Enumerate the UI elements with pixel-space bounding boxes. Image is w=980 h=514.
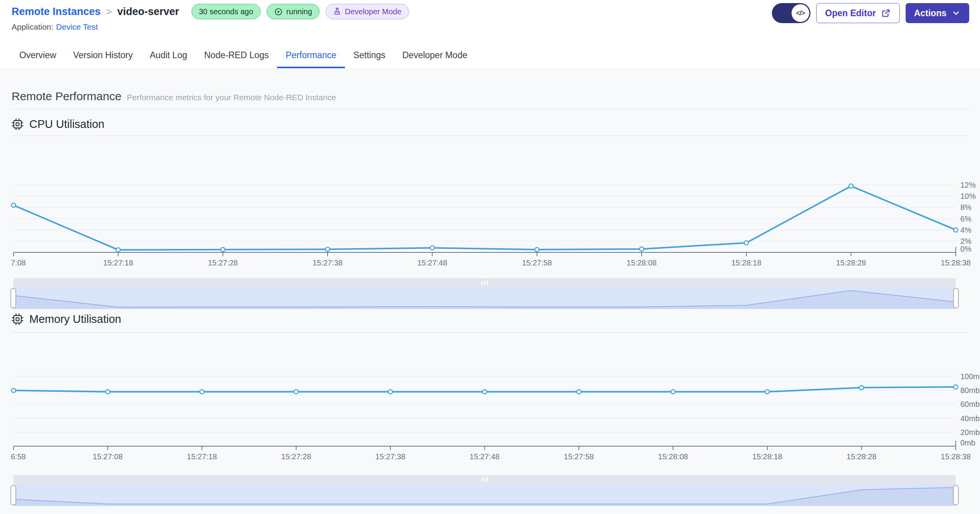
- svg-text:15:28:18: 15:28:18: [752, 452, 782, 461]
- page-subtitle: Performance metrics for your Remote Node…: [127, 93, 336, 102]
- svg-text:15:28:28: 15:28:28: [847, 452, 877, 461]
- chevron-down-icon: [951, 8, 961, 18]
- memory-range-brush: [13, 475, 956, 506]
- svg-text:15:28:08: 15:28:08: [658, 452, 688, 461]
- tab-performance[interactable]: Performance: [277, 42, 345, 68]
- svg-text:0%: 0%: [960, 245, 972, 253]
- tab-version-history[interactable]: Version History: [65, 42, 141, 68]
- svg-text:15:27:58: 15:27:58: [564, 452, 594, 461]
- memory-brush-minichart: [13, 484, 956, 506]
- svg-text:12%: 12%: [960, 181, 976, 189]
- svg-text:6%: 6%: [960, 215, 972, 223]
- flask-icon: [333, 7, 341, 16]
- brush-left-handle[interactable]: [10, 288, 16, 308]
- memory-brush-overview[interactable]: [13, 484, 956, 506]
- header-controls: </> Open Editor Actions: [772, 3, 969, 23]
- svg-text:15:27:28: 15:27:28: [281, 452, 311, 461]
- svg-text:15:28:38: 15:28:38: [941, 452, 971, 461]
- divider: [12, 109, 968, 109]
- svg-text:15:28:28: 15:28:28: [836, 259, 866, 267]
- external-link-icon: [881, 8, 891, 18]
- actions-label: Actions: [914, 8, 946, 18]
- page-header: Remote Instances > video-server 30 secon…: [0, 0, 980, 42]
- brush-grip-icon: [481, 477, 488, 482]
- editor-mode-toggle[interactable]: </>: [772, 3, 810, 23]
- svg-text:15:27:18: 15:27:18: [187, 452, 217, 461]
- actions-button[interactable]: Actions: [906, 3, 969, 23]
- svg-text:15:27:28: 15:27:28: [208, 259, 238, 267]
- code-icon: </>: [792, 4, 809, 22]
- cpu-brush-overview[interactable]: [13, 287, 956, 309]
- svg-text:8%: 8%: [960, 203, 972, 212]
- svg-text:40mb: 40mb: [960, 414, 980, 423]
- tab-settings[interactable]: Settings: [345, 42, 394, 68]
- memory-utilisation-chart: 0mb20mb40mb60mb80mb100mb6:5815:27:0815:2…: [12, 349, 980, 460]
- svg-text:15:28:18: 15:28:18: [731, 259, 761, 267]
- divider: [12, 136, 968, 136]
- memory-chip-icon: [12, 313, 24, 325]
- svg-text:15:27:18: 15:27:18: [103, 259, 133, 267]
- svg-text:7:08: 7:08: [11, 259, 26, 267]
- svg-text:4%: 4%: [960, 226, 972, 234]
- breadcrumb-remote-instances-link[interactable]: Remote Instances: [12, 6, 101, 18]
- breadcrumb: Remote Instances > video-server 30 secon…: [12, 2, 409, 21]
- open-editor-label: Open Editor: [825, 8, 876, 18]
- svg-text:6:58: 6:58: [11, 452, 26, 461]
- svg-text:15:27:58: 15:27:58: [522, 259, 552, 267]
- play-circle-icon: [274, 7, 283, 16]
- svg-text:15:27:48: 15:27:48: [470, 452, 500, 461]
- last-seen-badge: 30 seconds ago: [192, 4, 261, 19]
- svg-text:100mb: 100mb: [960, 372, 980, 381]
- divider: [12, 332, 968, 333]
- status-badge: running: [267, 4, 319, 19]
- application-row: Application:Device Test: [12, 22, 98, 32]
- svg-text:15:27:38: 15:27:38: [375, 452, 405, 461]
- application-link[interactable]: Device Test: [56, 22, 98, 31]
- cpu-brush-minichart: [13, 287, 956, 309]
- brush-right-handle[interactable]: [953, 288, 959, 308]
- tab-audit-log[interactable]: Audit Log: [141, 42, 196, 68]
- tab-developer-mode[interactable]: Developer Mode: [394, 42, 476, 68]
- svg-text:0mb: 0mb: [960, 438, 975, 447]
- cpu-section-heading: CPU Utilisation: [12, 116, 104, 133]
- memory-section-title: Memory Utilisation: [29, 313, 121, 326]
- tab-node-red-logs[interactable]: Node-RED Logs: [196, 42, 277, 68]
- svg-text:15:28:38: 15:28:38: [941, 259, 971, 267]
- instance-tab-bar: OverviewVersion HistoryAudit LogNode-RED…: [0, 42, 980, 69]
- developer-mode-badge: Developer Mode: [326, 4, 409, 19]
- svg-text:60mb: 60mb: [960, 400, 980, 408]
- cpu-section-title: CPU Utilisation: [29, 118, 104, 131]
- svg-text:80mb: 80mb: [960, 386, 980, 395]
- breadcrumb-separator-icon: >: [106, 6, 112, 18]
- brush-right-handle[interactable]: [953, 485, 959, 505]
- brush-grip-icon: [481, 281, 488, 285]
- svg-text:15:28:08: 15:28:08: [627, 259, 657, 267]
- brush-left-handle[interactable]: [10, 485, 16, 505]
- memory-brush-drag-strip[interactable]: [13, 475, 956, 484]
- svg-text:10%: 10%: [960, 192, 976, 200]
- cpu-brush-drag-strip[interactable]: [13, 278, 956, 287]
- performance-panel: Remote Performance Performance metrics f…: [0, 69, 980, 514]
- tab-overview[interactable]: Overview: [11, 42, 65, 68]
- open-editor-button[interactable]: Open Editor: [816, 3, 900, 23]
- cpu-chip-icon: [12, 118, 24, 130]
- cpu-utilisation-chart: 0%2%4%6%8%10%12%7:0815:27:1815:27:2815:2…: [12, 152, 980, 266]
- memory-section-heading: Memory Utilisation: [12, 311, 121, 328]
- cpu-range-brush: [13, 278, 956, 309]
- instance-name: video-server: [117, 6, 179, 18]
- svg-text:2%: 2%: [960, 237, 972, 245]
- svg-text:15:27:08: 15:27:08: [93, 452, 123, 461]
- page-title: Remote Performance: [12, 90, 121, 103]
- svg-text:15:27:48: 15:27:48: [417, 259, 447, 267]
- svg-text:15:27:38: 15:27:38: [313, 259, 343, 267]
- application-label: Application:: [12, 22, 54, 31]
- status-badges: 30 seconds agorunningDeveloper Mode: [192, 4, 409, 19]
- svg-text:20mb: 20mb: [960, 428, 980, 437]
